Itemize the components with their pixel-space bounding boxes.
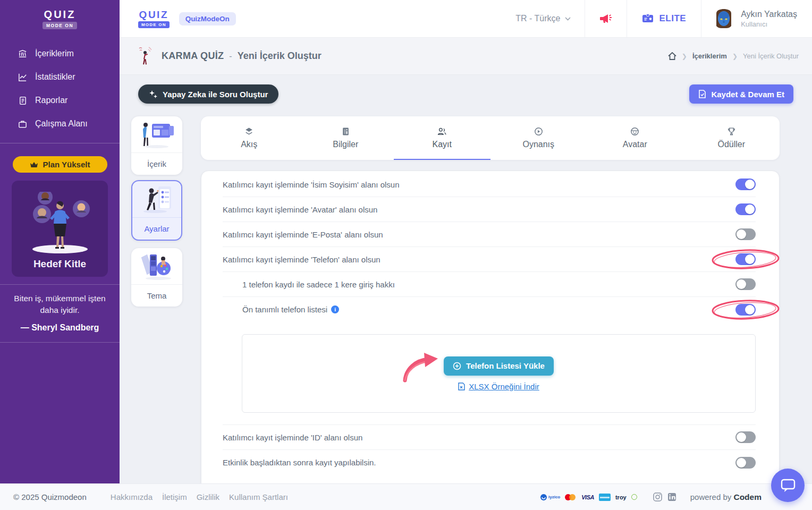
sidebar-item-reports[interactable]: Raporlar xyxy=(0,89,120,112)
target-audience-title: Hedef Kitle xyxy=(33,258,86,270)
library-icon xyxy=(18,49,28,59)
quiz-type-title: KARMA QUİZ xyxy=(162,50,224,62)
tab-label: Oynanış xyxy=(522,140,554,149)
theme-step-illustration xyxy=(131,248,182,285)
sidebar-logo: QUIZ MODE ON xyxy=(0,0,120,38)
tab-info[interactable]: Bilgiler xyxy=(298,116,394,160)
setting-row-label: Katılımcı kayıt işleminde 'E-Posta' alan… xyxy=(223,230,383,239)
brand-cluster: QUIZ MODE ON QuizModeOn xyxy=(120,0,236,37)
instagram-icon[interactable] xyxy=(653,492,662,502)
sidebar-item-workspace[interactable]: Çalışma Alanı xyxy=(0,112,120,135)
header-logo-badge: MODE ON xyxy=(138,21,170,28)
registration-settings-card: Katılımcı kayıt işleminde 'İsim Soyisim'… xyxy=(201,171,780,500)
footer-right: iyzico VISA troy powered by Codem xyxy=(540,492,762,502)
toggle-switch[interactable] xyxy=(735,253,756,265)
setting-row: Etkinlik başladıktan sonra kayıt yapılab… xyxy=(223,450,756,475)
sidebar-item-label: İçeriklerim xyxy=(35,49,74,58)
toggle-switch[interactable] xyxy=(735,457,756,469)
upgrade-plan-button[interactable]: Plan Yükselt xyxy=(13,156,107,173)
chevron-right-icon: ❯ xyxy=(732,53,738,60)
sidebar-item-label: Raporlar xyxy=(35,96,67,105)
ai-generate-button[interactable]: Yapay Zeka ile Soru Oluştur xyxy=(138,84,278,104)
step-card-content[interactable]: İçerik xyxy=(131,116,182,175)
secure-payment-icon xyxy=(631,494,637,500)
setting-row: Katılımcı kayıt işleminde 'Telefon' alan… xyxy=(223,247,756,272)
avatar xyxy=(713,8,734,29)
linkedin-icon[interactable] xyxy=(667,492,676,502)
card-icon xyxy=(599,494,611,501)
action-row: Yapay Zeka ile Soru Oluştur Kaydet & Dev… xyxy=(131,84,793,104)
sidebar-item-contents[interactable]: İçeriklerim xyxy=(0,42,120,65)
chevron-right-icon: ❯ xyxy=(682,53,687,60)
content-area: Yapay Zeka ile Soru Oluştur Kaydet & Dev… xyxy=(120,75,812,510)
phone-list-upload-box: Telefon Listesi Yükle XLSX Örneğini İndi… xyxy=(242,334,756,413)
mastercard-icon xyxy=(565,494,577,501)
download-xlsx-sample-label: XLSX Örneğini İndir xyxy=(469,382,539,391)
toggle-switch[interactable] xyxy=(735,178,756,190)
setting-row: Katılımcı kayıt işleminde 'Avatar' alanı… xyxy=(223,197,756,222)
toggle-switch[interactable] xyxy=(735,431,756,443)
quote-block: Biten iş, mükemmel işten daha iyidir. — … xyxy=(0,284,120,343)
toggle-switch[interactable] xyxy=(735,228,756,240)
header-logo[interactable]: QUIZ MODE ON xyxy=(138,9,170,28)
tab-gameplay[interactable]: Oynanış xyxy=(490,116,587,160)
tab-registration[interactable]: Kayıt xyxy=(394,116,490,160)
setting-row-label: Etkinlik başladıktan sonra kayıt yapılab… xyxy=(223,458,376,467)
sidebar-item-label: İstatistikler xyxy=(35,72,75,82)
toggle-switch[interactable] xyxy=(735,203,756,215)
step-card-theme[interactable]: Tema xyxy=(131,248,182,307)
trophy-icon xyxy=(727,127,736,136)
ai-generate-label: Yapay Zeka ile Soru Oluştur xyxy=(163,90,268,99)
save-continue-button[interactable]: Kaydet & Devam Et xyxy=(689,84,793,104)
report-icon xyxy=(18,96,28,106)
upload-phone-list-label: Telefon Listesi Yükle xyxy=(466,361,545,370)
target-audience-illustration xyxy=(18,192,103,258)
footer-link[interactable]: Kullanım Şartları xyxy=(229,492,288,502)
breadcrumb-item-current: Yeni İçerik Oluştur xyxy=(743,52,799,60)
chevron-down-icon xyxy=(565,17,571,21)
footer-link[interactable]: Gizlilik xyxy=(197,492,219,502)
footer-link[interactable]: İletişim xyxy=(162,492,187,502)
save-continue-label: Kaydet & Devam Et xyxy=(711,90,784,99)
tab-flow[interactable]: Akış xyxy=(201,116,298,160)
toggle-switch[interactable] xyxy=(735,304,756,316)
chat-support-button[interactable] xyxy=(771,469,805,502)
tab-rewards[interactable]: Ödüller xyxy=(683,116,780,160)
page-heading: KARMA QUİZ - Yeni İçerik Oluştur xyxy=(138,46,322,66)
setting-row: Ön tanımlı telefon listesii xyxy=(223,297,756,322)
title-separator: - xyxy=(229,52,232,61)
footer-link[interactable]: Hakkımızda xyxy=(111,492,153,502)
tab-avatar[interactable]: Avatar xyxy=(587,116,683,160)
main-area: QUIZ MODE ON QuizModeOn TR - Türkçe xyxy=(120,0,812,510)
briefcase-icon xyxy=(18,119,28,129)
breadcrumb-item-contents[interactable]: İçeriklerim xyxy=(692,52,727,60)
user-menu[interactable]: Aykın Yarkataş Kullanıcı xyxy=(701,0,812,37)
settings-panel-column: Akış Bilgiler Kayıt Oynanış xyxy=(201,116,780,500)
announcements-button[interactable] xyxy=(585,0,627,37)
tab-label: Ödüller xyxy=(717,140,745,149)
footer-links: HakkımızdaİletişimGizlilikKullanım Şartl… xyxy=(111,492,288,502)
megaphone-icon xyxy=(599,12,613,25)
home-icon[interactable] xyxy=(668,52,676,60)
step-card-settings[interactable]: Ayarlar xyxy=(131,180,182,241)
plan-badge[interactable]: ELITE xyxy=(627,0,701,37)
target-audience-card[interactable]: Hedef Kitle xyxy=(12,181,108,277)
tab-label: Avatar xyxy=(623,140,647,149)
xlsx-file-icon xyxy=(458,382,465,390)
logo-text: QUIZ xyxy=(44,8,76,21)
upload-phone-list-button[interactable]: Telefon Listesi Yükle xyxy=(444,356,554,376)
download-xlsx-sample-link[interactable]: XLSX Örneğini İndir xyxy=(458,382,539,391)
toggle-switch[interactable] xyxy=(735,278,756,290)
users-icon xyxy=(437,127,446,136)
step-navigation: İçerik xyxy=(131,116,182,307)
play-circle-icon xyxy=(534,127,543,136)
language-selector[interactable]: TR - Türkçe xyxy=(502,0,585,37)
id-badge-icon xyxy=(642,14,654,23)
sidebar-item-statistics[interactable]: İstatistikler xyxy=(0,65,120,89)
footer: © 2025 Quizmodeon HakkımızdaİletişimGizl… xyxy=(0,483,812,510)
info-icon[interactable]: i xyxy=(331,305,339,313)
social-links xyxy=(653,492,676,502)
save-icon xyxy=(698,90,706,98)
sidebar-divider xyxy=(0,143,120,143)
smiley-icon xyxy=(630,127,639,136)
